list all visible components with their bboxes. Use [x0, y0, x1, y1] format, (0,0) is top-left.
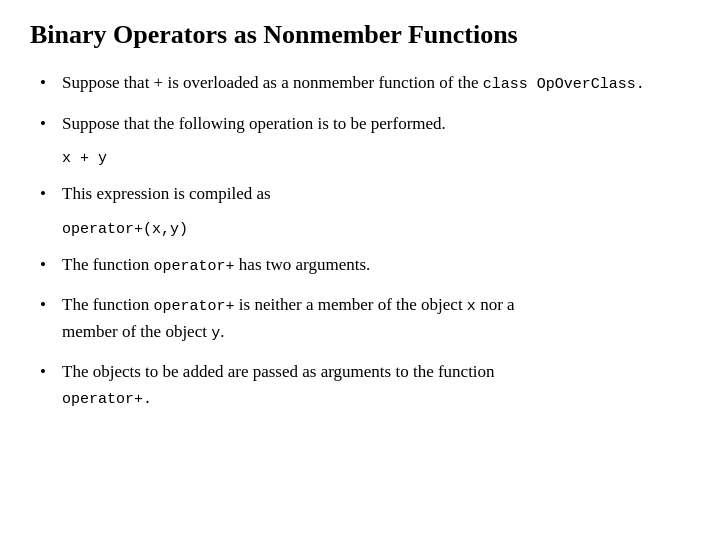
list-item: • Suppose that the following operation i… — [40, 111, 690, 137]
code-inline: operator+. — [62, 391, 152, 408]
list-item: • This expression is compiled as — [40, 181, 690, 207]
bullet-icon: • — [40, 70, 62, 96]
list-item: • The function operator+ is neither a me… — [40, 292, 690, 345]
list-item: • The objects to be added are passed as … — [40, 359, 690, 411]
code-inline: class OpOverClass. — [483, 76, 645, 93]
bullet-text: The objects to be added are passed as ar… — [62, 359, 690, 411]
code-inline: operator+ — [154, 298, 235, 315]
bullet-icon: • — [40, 359, 62, 385]
bullet-text: This expression is compiled as — [62, 181, 690, 207]
main-content: • Suppose that + is overloaded as a nonm… — [30, 70, 690, 411]
bullet-text: Suppose that + is overloaded as a nonmem… — [62, 70, 690, 97]
bullet-icon: • — [40, 292, 62, 318]
bullet-icon: • — [40, 252, 62, 278]
bullet-icon: • — [40, 181, 62, 207]
list-item: • The function operator+ has two argumen… — [40, 252, 690, 279]
list-item: • Suppose that + is overloaded as a nonm… — [40, 70, 690, 97]
bullet-icon: • — [40, 111, 62, 137]
bullet-text: The function operator+ is neither a memb… — [62, 292, 690, 345]
page-title: Binary Operators as Nonmember Functions — [30, 20, 690, 50]
bullet-text: The function operator+ has two arguments… — [62, 252, 690, 279]
code-block-operator: operator+(x,y) — [62, 221, 690, 238]
code-inline: operator+ — [154, 258, 235, 275]
code-block-xy: x + y — [62, 150, 690, 167]
code-inline: x — [467, 298, 476, 315]
code-inline: y — [211, 325, 220, 342]
bullet-text: Suppose that the following operation is … — [62, 111, 690, 137]
